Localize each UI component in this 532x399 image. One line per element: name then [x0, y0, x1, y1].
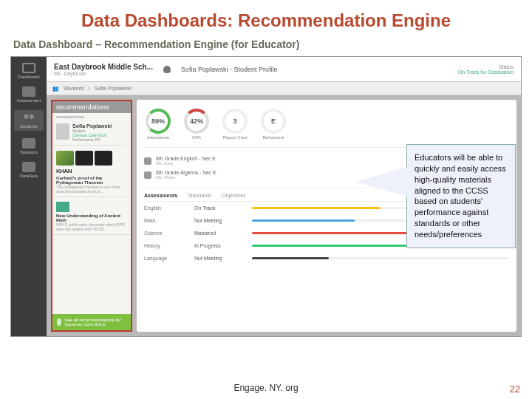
- page-number: 22: [510, 383, 520, 395]
- student-perf: Performance 2/5: [72, 137, 112, 142]
- rail-label: Students: [20, 124, 38, 129]
- rec-header: recommendations: [52, 101, 131, 113]
- rec-student-card: Sofia Poplawski Student Common Core 8.G.…: [52, 120, 131, 146]
- metric-label: Report Card: [223, 135, 248, 140]
- class-name: 8th Grade English - Sec E: [156, 156, 216, 161]
- recommendations-panel: recommendations compass/ccss Sofia Popla…: [51, 100, 132, 332]
- school-block: East Daybrook Middle Sch... Ms. Daybrook: [54, 63, 153, 76]
- metric-behavioral[interactable]: EBehavioral: [261, 109, 286, 140]
- metric-reportcard[interactable]: 3Report Card: [222, 109, 248, 140]
- class-teacher: Ms. Kats: [156, 161, 216, 166]
- tab-standards[interactable]: Standards: [188, 193, 211, 198]
- student-name: Sofia Poplawski: [72, 123, 112, 129]
- rec-card-wnyc[interactable]: New Understanding of Ancient Math WNYC p…: [52, 197, 131, 235]
- ring-icon: 89%: [146, 109, 171, 134]
- rail-label: DataSets: [20, 174, 38, 178]
- rail-label: Statistics: [20, 150, 38, 154]
- subject-label: Math: [144, 218, 188, 223]
- rail-label: Dashboard: [18, 75, 39, 79]
- subject-status: Not Meeting: [194, 256, 246, 261]
- tab-objectives[interactable]: Objectives: [222, 193, 246, 198]
- thumb-icon: [95, 151, 112, 166]
- rec-item-title: New Understanding of Ancient Math: [56, 214, 127, 222]
- ring-icon: 3: [222, 109, 248, 134]
- thumb-icon: [56, 151, 74, 166]
- rec-see-all[interactable]: See all recommendations for Common Core …: [52, 314, 131, 330]
- class-icon: [144, 171, 151, 179]
- crumb-current: Sofia Poplawski: [95, 86, 131, 91]
- metric-label: GPA: [192, 135, 201, 140]
- subject-row: LanguageNot Meeting: [144, 252, 509, 265]
- subject-status: In Progress: [194, 243, 246, 248]
- subject-status: On Track: [194, 205, 246, 211]
- chevron-right-icon: ›: [89, 86, 90, 91]
- subject-status: Mastered: [194, 231, 246, 236]
- school-name: East Daybrook Middle Sch...: [54, 63, 153, 71]
- rec-item-desc: The Pythagorean theorem is one of the mo…: [56, 185, 127, 194]
- rec-item-title: Garfield's proof of the Pythagorean Theo…: [56, 176, 127, 185]
- rail-students[interactable]: Students: [14, 110, 44, 131]
- tab-assessments[interactable]: Assessments: [144, 193, 177, 198]
- left-nav-rail: Dashboard Assessment Students Statistics…: [11, 57, 47, 336]
- subject-label: Science: [144, 231, 188, 236]
- slide-subtitle: Data Dashboard – Recommendation Engine (…: [0, 37, 532, 56]
- class-name: 8th Grade Algebra - Sec E: [156, 170, 216, 175]
- rec-footer-text: See all recommendations for Common Core …: [64, 318, 126, 327]
- metrics-row: 89%Attendance 42%GPA 3Report Card EBehav…: [144, 106, 509, 148]
- status-value: On Track for Graduation: [458, 69, 514, 75]
- badge-icon: [57, 318, 61, 326]
- footer-site: Engage. NY. org: [0, 377, 532, 399]
- topbar: East Daybrook Middle Sch... Ms. Daybrook…: [47, 57, 521, 82]
- metric-label: Attendance: [147, 135, 169, 140]
- status-label: Status: [458, 64, 514, 69]
- avatar-icon: [56, 123, 69, 140]
- school-sub: Ms. Daybrook: [54, 71, 153, 76]
- callout-box: Educators will be able to quickly and ea…: [406, 144, 516, 248]
- rail-statistics[interactable]: Statistics: [14, 138, 44, 154]
- class-icon: [144, 157, 151, 165]
- subject-label: Language: [144, 256, 188, 261]
- doc-icon: [22, 86, 35, 97]
- media-icon: [56, 202, 69, 212]
- rail-assessment[interactable]: Assessment: [14, 86, 44, 103]
- ring-icon: E: [261, 109, 286, 134]
- class-teacher: Ms. Fitzer: [156, 175, 216, 180]
- status-block: Status On Track for Graduation: [458, 64, 514, 75]
- subject-label: English: [144, 205, 188, 211]
- crumb-students[interactable]: Students: [64, 86, 84, 91]
- profile-title: Sofia Poplawski - Student Profile: [181, 66, 278, 73]
- people-icon: 👥: [52, 86, 59, 92]
- rec-card-khan[interactable]: KHAN Garfield's proof of the Pythagorean…: [52, 146, 131, 197]
- slide-title: Data Dashboards: Recommendation Engine: [0, 0, 532, 37]
- thumb-icon: [75, 151, 93, 166]
- bar: [252, 257, 509, 259]
- rail-dashboard[interactable]: Dashboard: [14, 63, 44, 79]
- metric-label: Behavioral: [263, 135, 284, 140]
- metric-attendance[interactable]: 89%Attendance: [146, 109, 171, 140]
- metric-gpa[interactable]: 42%GPA: [184, 109, 209, 140]
- rail-datasets[interactable]: DataSets: [14, 162, 44, 178]
- ring-icon: 42%: [184, 109, 209, 134]
- monitor-icon: [22, 63, 35, 73]
- khan-logo: KHAN: [56, 168, 127, 174]
- avatar-icon: [163, 66, 171, 73]
- breadcrumb: 👥 Students › Sofia Poplawski: [47, 82, 521, 95]
- chart-icon: [22, 138, 35, 149]
- stack-icon: [22, 162, 35, 172]
- rec-item-desc: WNYC public radio discusses what HCPS do…: [56, 222, 127, 231]
- people-icon: [22, 112, 35, 123]
- rec-context: compass/ccss: [52, 113, 131, 120]
- subject-label: History: [144, 243, 188, 248]
- rail-label: Assessment: [17, 98, 41, 103]
- subject-status: Not Meeting: [194, 218, 246, 223]
